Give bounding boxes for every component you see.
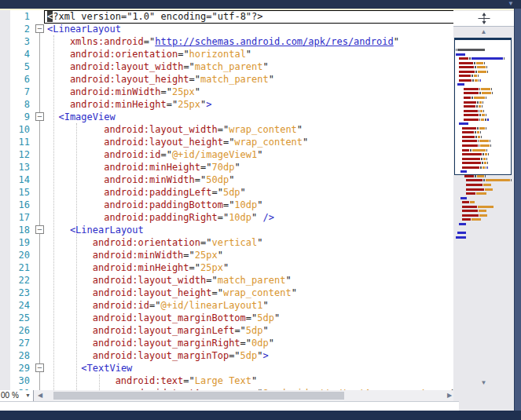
line-number: 8 [0,98,30,111]
token-punc: =" [246,312,257,323]
xml-code-editor[interactable]: 1<?xml version="1.0" encoding="utf-8"?>2… [0,10,453,390]
code-text: android:paddingRight="10dp" /> [104,211,274,224]
code-line[interactable]: 7android:minWidth="25px" [0,86,453,98]
code-line[interactable]: 13android:minHeight="70dp" [0,161,453,173]
code-text: <LinearLayout [70,224,144,236]
token-attr: android:layout_width [70,61,184,72]
line-number: 7 [0,86,30,98]
zoom-dropdown[interactable]: 00 % ▼ [0,390,34,401]
token-punc: " [263,61,269,72]
token-elem: <ImageView [58,111,115,122]
scroll-down-button[interactable]: ▼ [453,378,514,389]
token-val: 25px [200,262,223,273]
code-line[interactable]: 17android:paddingRight="10dp" /> [0,211,453,224]
code-line[interactable]: 1<?xml version="1.0" encoding="utf-8"?> [0,10,453,23]
line-number: 3 [0,35,30,48]
code-line[interactable]: 8android:minHeight="25px"> [0,98,453,111]
code-line[interactable]: 21android:minHeight="25px" [0,261,453,274]
token-punc: " [263,325,269,336]
token-punc: =" [206,275,217,286]
token-val: 5dp [240,350,258,361]
line-number: 28 [0,349,30,362]
scroll-right-button[interactable]: ▶ [445,390,454,401]
token-punc: " [234,162,240,173]
line-number: 10 [0,123,30,136]
token-val: 0dp [251,338,269,349]
token-punc: =" [183,375,194,386]
fold-toggle[interactable]: – [35,363,44,372]
code-line[interactable]: 24android:id="@+id/linearLayout1" [0,299,453,312]
code-line[interactable]: 27android:layout_marginRight="0dp" [0,337,453,349]
token-punc: =" [223,137,234,148]
line-number: 20 [0,249,30,261]
code-text: android:id="@+id/imageView1" [104,148,262,161]
token-val: 5dp [257,312,274,323]
token-punc: =" [160,86,171,97]
token-elem: > [263,350,269,361]
token-punc: =" [234,325,245,336]
code-line[interactable]: 30android:text="Large Text" [0,374,453,387]
code-line[interactable]: 23android:layout_height="wrap_content" [0,287,453,299]
code-line[interactable]: 3xmlns:android="http://schemas.android.c… [0,35,453,48]
code-text: android:layout_height="wrap_content" [104,136,308,148]
split-window-handle[interactable] [453,11,514,27]
token-val: 25px [178,99,200,110]
dropdown-arrow-icon[interactable]: ▼ [24,390,32,400]
token-attr: android:orientation [93,237,200,248]
line-number: 27 [0,337,30,349]
token-punc: =" [189,74,200,85]
line-number: 22 [0,274,30,287]
code-line[interactable]: 26android:layout_marginLeft="5dp" [0,324,453,337]
code-line[interactable]: 18–<LinearLayout [0,224,453,236]
horizontal-scrollbar[interactable]: 00 % ▼ ◀ ▶ [0,390,453,401]
code-line[interactable]: 12android:id="@+id/imageView1" [0,148,453,161]
code-line[interactable]: 14android:minWidth="50dp" [0,173,453,186]
line-number: 11 [0,136,30,148]
code-line[interactable]: 22android:layout_width="match_parent" [0,274,453,287]
token-attr: android:id [93,300,149,311]
line-number: 21 [0,261,30,274]
token-attr: android:paddingLeft [104,187,211,198]
line-number: 9 [0,111,30,123]
token-attr: android:layout_height [104,137,223,148]
token-attr: android:layout_marginTop [93,350,229,361]
code-line[interactable]: 20android:minWidth="25px" [0,249,453,261]
fold-toggle[interactable]: – [35,225,44,234]
code-line[interactable]: 2–<LinearLayout [0,23,453,35]
code-line[interactable]: 11android:layout_height="wrap_content" [0,136,453,148]
code-line[interactable]: 19android:orientation="vertical" [0,236,453,249]
code-line[interactable]: 28android:layout_marginTop="5dp"> [0,349,453,362]
vertical-scrollbar-map[interactable]: ▲ ▼ [453,10,514,411]
code-line[interactable]: 5android:layout_width="match_parent" [0,60,453,73]
scroll-left-button[interactable]: ◀ [35,390,45,401]
code-text: android:orientation="vertical" [93,236,263,249]
code-text: <LinearLayout [47,23,121,35]
code-line[interactable]: 25android:layout_marginBottom="5dp" [0,312,453,324]
token-punc: " [251,375,257,386]
code-line[interactable]: 4android:orientation="horizontal" [0,48,453,60]
code-text: android:layout_width="match_parent" [70,60,269,73]
code-line[interactable]: 10android:layout_width="wrap_content" [0,123,453,136]
fold-toggle[interactable]: – [35,112,44,121]
line-number: 5 [0,60,30,73]
token-val: Large Text [195,375,251,386]
chevron-down-icon[interactable]: ▼ [508,0,514,8]
token-punc: " [303,137,308,148]
code-text: android:minHeight="70dp" [104,161,240,173]
token-punc: =" [218,212,229,223]
horizontal-scrollbar-thumb[interactable] [53,392,344,400]
token-punc: " [269,338,274,349]
code-line[interactable]: 15android:paddingLeft="5dp" [0,186,453,199]
token-attr: android:minHeight [93,262,189,273]
code-line[interactable]: 16android:paddingBottom="10dp" [0,199,453,211]
code-text: android:layout_marginTop="5dp"> [93,349,269,362]
token-punc: " [257,237,262,248]
window-top-bar: ▼ [0,0,521,9]
code-line[interactable]: 29–<TextView [0,362,453,374]
code-line[interactable]: 6android:layout_height="match_parent" [0,73,453,86]
code-line[interactable]: 9–<ImageView [0,111,453,123]
scroll-up-button[interactable]: ▲ [453,27,514,38]
token-attr: android:id [104,149,160,160]
fold-toggle[interactable]: – [35,24,44,33]
token-attr: android:paddingRight [104,212,218,223]
